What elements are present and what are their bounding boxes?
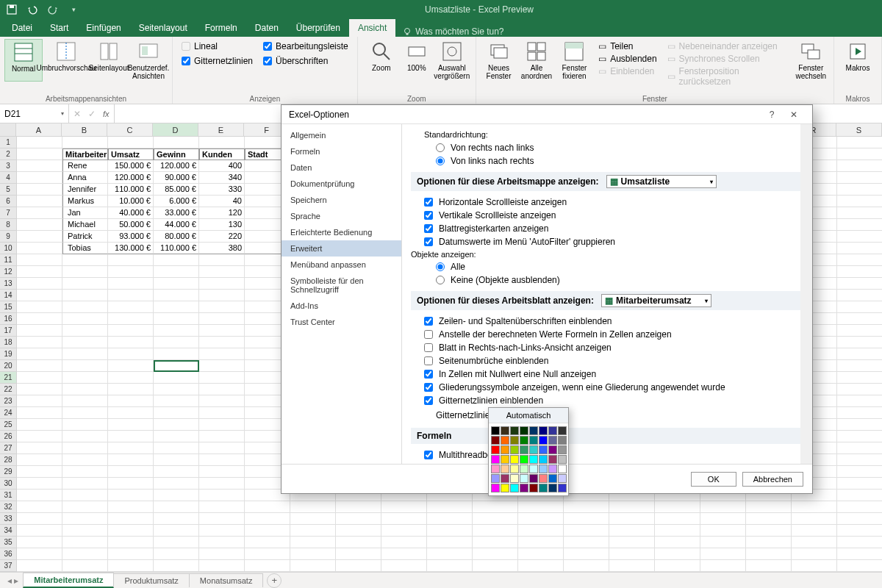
new-window-button[interactable]: Neues Fenster <box>481 39 517 89</box>
dialog-nav-item[interactable]: Sprache <box>282 208 401 224</box>
unhide-button[interactable]: ▭Einblenden <box>598 66 656 76</box>
color-swatch[interactable] <box>529 474 538 483</box>
color-swatch[interactable] <box>520 484 528 492</box>
view-normal-button[interactable]: Normal <box>4 39 43 82</box>
tab-seitenlayout[interactable]: Seitenlayout <box>130 19 196 37</box>
dialog-nav-item[interactable]: Erweitert <box>282 240 401 257</box>
macros-button[interactable]: Makros <box>839 39 877 74</box>
check-gitter[interactable]: Gitternetzlinien <box>182 56 253 66</box>
color-swatch[interactable] <box>529 426 538 435</box>
check-pagebreaks[interactable] <box>424 356 433 365</box>
row-header[interactable]: 19 <box>0 348 16 360</box>
fx-icon[interactable]: fx <box>103 110 110 118</box>
color-swatch[interactable] <box>520 436 528 445</box>
arrange-all-button[interactable]: Alle anordnen <box>518 39 554 89</box>
tab-datei[interactable]: Datei <box>3 19 41 37</box>
row-header[interactable]: 25 <box>0 419 16 431</box>
row-header[interactable]: 23 <box>0 395 16 407</box>
tab-einfuegen[interactable]: Einfügen <box>77 19 129 37</box>
view-pagelayout-button[interactable]: Seitenlayout <box>90 39 128 82</box>
color-swatch[interactable] <box>539 455 548 464</box>
color-swatch[interactable] <box>548 445 557 454</box>
sheet-tab-2[interactable]: Produktumsatz <box>113 573 189 587</box>
select-all-corner[interactable] <box>0 123 16 136</box>
row-header[interactable]: 9 <box>0 231 16 243</box>
row-header[interactable]: 5 <box>0 184 16 196</box>
check-outline-symbols[interactable] <box>424 383 433 392</box>
color-swatch[interactable] <box>548 426 557 435</box>
color-swatch[interactable] <box>558 455 567 464</box>
check-autofilter-dates[interactable] <box>424 237 433 246</box>
check-multithread[interactable] <box>424 451 433 459</box>
check-sheet-rtl[interactable] <box>424 343 433 352</box>
color-swatch[interactable] <box>529 436 538 445</box>
color-swatch[interactable] <box>548 465 557 473</box>
dialog-nav-item[interactable]: Menüband anpassen <box>282 257 401 273</box>
view-custom-button[interactable]: Benutzerdef. Ansichten <box>129 39 168 82</box>
check-show-formulas[interactable] <box>424 330 433 339</box>
color-swatch[interactable] <box>539 426 548 435</box>
color-swatch[interactable] <box>501 455 509 464</box>
color-swatch[interactable] <box>491 455 500 464</box>
radio-rtl[interactable] <box>436 143 445 152</box>
check-show-zeros[interactable] <box>424 370 433 379</box>
row-header[interactable]: 20 <box>0 360 16 372</box>
color-swatch[interactable] <box>510 465 519 473</box>
chevron-down-icon[interactable]: ▾ <box>61 110 64 117</box>
color-swatch[interactable] <box>491 445 500 454</box>
row-header[interactable]: 16 <box>0 313 16 325</box>
color-swatch[interactable] <box>501 436 509 445</box>
column-header[interactable]: B <box>62 123 107 136</box>
radio-ltr[interactable] <box>436 157 445 165</box>
check-hscroll[interactable] <box>424 198 433 207</box>
zoom-selection-button[interactable]: Auswahl vergrößern <box>433 39 471 82</box>
row-header[interactable]: 36 <box>0 548 16 560</box>
dialog-scrollbar[interactable] <box>800 124 812 464</box>
row-header[interactable]: 35 <box>0 537 16 548</box>
check-lineal[interactable]: Lineal <box>182 41 253 51</box>
color-swatch[interactable] <box>501 426 509 435</box>
dialog-nav-item[interactable]: Dokumentprüfung <box>282 176 401 192</box>
row-header[interactable]: 14 <box>0 290 16 301</box>
tab-ansicht[interactable]: Ansicht <box>349 19 395 37</box>
color-swatch[interactable] <box>539 484 548 492</box>
row-header[interactable]: 30 <box>0 478 16 490</box>
color-swatch[interactable] <box>558 426 567 435</box>
row-header[interactable]: 11 <box>0 254 16 266</box>
color-swatch[interactable] <box>558 474 567 483</box>
ok-button[interactable]: OK <box>691 472 736 487</box>
view-pagebreak-button[interactable]: Umbruchvorschau <box>44 39 88 82</box>
color-swatch[interactable] <box>548 455 557 464</box>
row-header[interactable]: 32 <box>0 501 16 513</box>
row-header[interactable]: 27 <box>0 442 16 454</box>
tab-formeln[interactable]: Formeln <box>196 19 246 37</box>
tab-ueberpruefen[interactable]: Überprüfen <box>287 19 349 37</box>
row-header[interactable]: 33 <box>0 513 16 525</box>
dialog-nav-item[interactable]: Trust Center <box>282 314 401 330</box>
check-ueber[interactable]: Überschriften <box>263 56 348 66</box>
color-swatch[interactable] <box>501 474 509 483</box>
color-swatch[interactable] <box>529 445 538 454</box>
color-swatch[interactable] <box>558 436 567 445</box>
row-header[interactable]: 29 <box>0 466 16 478</box>
row-header[interactable]: 24 <box>0 407 16 419</box>
row-header[interactable]: 2 <box>0 148 16 160</box>
color-swatch[interactable] <box>558 445 567 454</box>
close-button[interactable]: ✕ <box>783 110 805 120</box>
color-swatch[interactable] <box>520 426 528 435</box>
color-swatch[interactable] <box>491 426 500 435</box>
sheet-tab-1[interactable]: Mitarbeiterumsatz <box>23 573 114 588</box>
check-bearb[interactable]: Bearbeitungsleiste <box>263 41 348 51</box>
add-sheet-button[interactable]: + <box>267 573 282 588</box>
split-button[interactable]: ▭Teilen <box>598 41 656 51</box>
row-header[interactable]: 6 <box>0 196 16 207</box>
color-swatch[interactable] <box>510 484 519 492</box>
tab-start[interactable]: Start <box>41 19 77 37</box>
zoom-button[interactable]: Zoom <box>362 39 401 82</box>
color-swatch[interactable] <box>558 484 567 492</box>
freeze-panes-button[interactable]: Fenster fixieren <box>556 39 592 89</box>
cancel-icon[interactable]: ✕ <box>74 109 81 119</box>
sheet-nav[interactable]: ◂ ▸ <box>3 576 23 586</box>
dialog-nav-item[interactable]: Formeln <box>282 143 401 159</box>
row-header[interactable]: 34 <box>0 525 16 537</box>
